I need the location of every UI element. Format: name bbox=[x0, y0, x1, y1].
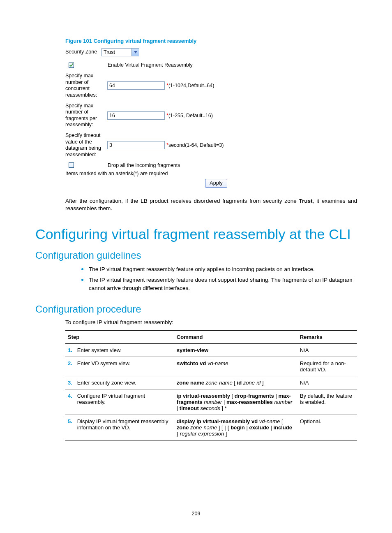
max-fragments-input[interactable]: 16 bbox=[107, 111, 165, 120]
guidelines-list: The IP virtual fragment reassembly featu… bbox=[81, 265, 357, 293]
max-reassemblies-label: Specify max number of concurrent reassem… bbox=[65, 72, 107, 100]
heading-guidelines: Configuration guidelines bbox=[35, 250, 357, 261]
table-row: 3. Enter security zone view. zone name z… bbox=[65, 376, 357, 389]
timeout-input[interactable]: 3 bbox=[107, 141, 165, 149]
procedure-table: Step Command Remarks 1. Enter system vie… bbox=[65, 330, 357, 440]
timeout-hint: *second(1-64, Default=3) bbox=[166, 142, 224, 148]
list-item: The IP virtual fragment reassembly featu… bbox=[81, 265, 357, 273]
timeout-label: Specify timeout value of the datagram be… bbox=[65, 132, 107, 159]
procedure-lead: To configure IP virtual fragment reassem… bbox=[65, 319, 357, 325]
table-row: 5. Display IP virtual fragment reassembl… bbox=[65, 415, 357, 440]
max-reassemblies-input[interactable]: 64 bbox=[107, 81, 165, 90]
max-reassemblies-hint: *(1-1024,Default=64) bbox=[166, 83, 214, 88]
required-note: Items marked with an asterisk(*) are req… bbox=[65, 171, 357, 176]
th-remarks: Remarks bbox=[297, 330, 357, 343]
drop-checkbox[interactable] bbox=[69, 162, 74, 168]
zone-label: Security Zone bbox=[65, 48, 101, 56]
zone-select-value: Trust bbox=[104, 49, 115, 55]
table-row: 4. Configure IP virtual fragment reassem… bbox=[65, 389, 357, 415]
after-config-text: After the configuration, if the LB produ… bbox=[65, 197, 357, 212]
enable-label: Enable Virtual Fragment Reassembly bbox=[108, 62, 193, 68]
th-command: Command bbox=[174, 330, 297, 343]
heading-procedure: Configuration procedure bbox=[35, 304, 357, 315]
zone-select[interactable]: Trust bbox=[101, 48, 139, 56]
max-fragments-hint: *(1-255, Default=16) bbox=[166, 113, 213, 118]
table-row: 1. Enter system view. system-view N/A bbox=[65, 343, 357, 357]
table-row: 2. Enter VD system view. switchto vd vd-… bbox=[65, 357, 357, 376]
svg-marker-0 bbox=[134, 51, 137, 53]
page-number: 209 bbox=[0, 511, 392, 517]
dropdown-arrow-icon bbox=[131, 49, 139, 56]
max-fragments-label: Specify max number of fragments per reas… bbox=[65, 102, 107, 130]
enable-checkbox[interactable] bbox=[69, 63, 74, 68]
th-step: Step bbox=[65, 330, 174, 343]
figure-caption: Figure 101 Configuring virtual fragment … bbox=[65, 38, 357, 44]
drop-label: Drop all the incoming fragments bbox=[108, 162, 180, 168]
heading-cli: Configuring virtual fragment reassembly … bbox=[35, 226, 357, 242]
list-item: The IP virtual fragment reassembly featu… bbox=[81, 276, 357, 293]
page: Figure 101 Configuring virtual fragment … bbox=[0, 0, 392, 533]
apply-button[interactable]: Apply bbox=[205, 179, 227, 188]
config-screenshot: Security Zone Trust Enable Virtual Fragm… bbox=[65, 48, 357, 188]
